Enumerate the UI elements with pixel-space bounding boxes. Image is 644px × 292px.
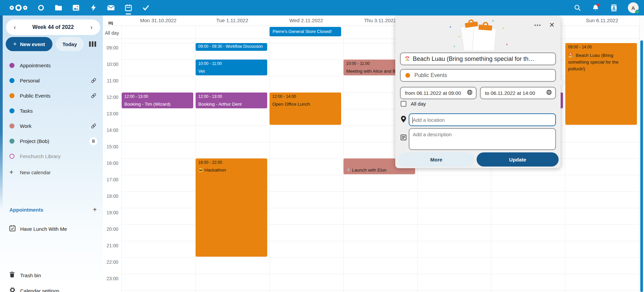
timezone-globe-icon[interactable] (546, 89, 552, 97)
sidebar-calendar-project-bob-[interactable]: Project (Bob)B (0, 134, 103, 149)
calendar-color-dot[interactable] (9, 154, 14, 159)
calendar-event[interactable]: 12:00 - 13:00Booking - Arthur Dent (196, 93, 267, 108)
end-datetime-value: to 06.11.2022 at 14:00 (485, 90, 535, 96)
sidebar-calendar-work[interactable]: Work (0, 118, 103, 134)
day-header[interactable]: Mon 31.10.2022 (121, 15, 195, 26)
close-icon[interactable]: ✕ (547, 20, 557, 30)
event-title: Booking - Arthur Dent (198, 102, 265, 107)
end-datetime-field[interactable]: to 06.11.2022 at 14:00 (480, 87, 556, 99)
allday-checkbox-row[interactable]: All day (401, 101, 426, 107)
notifications-bell-icon[interactable] (592, 4, 600, 12)
calendar-color-dot (405, 73, 410, 78)
timezone-globe-icon[interactable] (467, 89, 473, 97)
today-button[interactable]: Today (56, 37, 84, 51)
tasks-app-icon[interactable] (142, 0, 150, 15)
allday-event[interactable]: Pierre's General Store Closed! (270, 27, 341, 36)
day-header[interactable]: Tue 1.11.2022 (195, 15, 269, 26)
plus-icon: + (9, 169, 14, 176)
time-label: 12:00 (103, 95, 118, 100)
calendar-event[interactable]: 09:00 - 14:00 Beach Luau (Bring somethin… (565, 43, 637, 125)
calendar-app-icon[interactable] (124, 0, 132, 15)
popup-actions-menu-icon[interactable] (532, 21, 542, 30)
previous-week-button[interactable]: ‹ (11, 24, 19, 31)
contacts-menu-icon[interactable] (610, 4, 618, 12)
time-label: 21:00 (103, 243, 118, 248)
grid-line (343, 26, 344, 39)
day-headers: Mon 31.10.2022Tue 1.11.2022Wed 2.11.2022… (121, 15, 639, 26)
view-columns-icon[interactable] (89, 41, 96, 47)
calendar-color-dot[interactable] (9, 108, 14, 113)
calendar-settings-button[interactable]: Calendar settings (3, 283, 100, 292)
grid-line (121, 39, 122, 292)
share-link-icon[interactable] (89, 92, 97, 100)
hour-line (121, 142, 639, 142)
hour-line (121, 125, 639, 126)
sidebar-calendar-public-events[interactable]: Public Events (0, 88, 103, 103)
time-label: 18:00 (103, 193, 118, 199)
activity-app-icon[interactable] (89, 0, 97, 15)
calendar-event[interactable]: 10:00 - 11:00Vet (196, 60, 267, 75)
calendar-color-dot[interactable] (9, 139, 14, 144)
avatar-letter: A (632, 5, 635, 11)
time-label: 23:00 (103, 276, 118, 281)
photos-app-icon[interactable] (72, 0, 80, 15)
mail-app-icon[interactable] (107, 0, 115, 15)
appointment-item[interactable]: Have Lunch With Me (0, 221, 103, 236)
calendar-name: Personal (20, 78, 89, 83)
share-link-icon[interactable] (89, 77, 97, 85)
update-button[interactable]: Update (477, 152, 559, 167)
scrollbar-thumb[interactable] (640, 40, 643, 292)
location-input[interactable] (409, 114, 555, 125)
calendar-event[interactable]: 09:00 - 09:30 - Workflow Discussion (196, 43, 267, 51)
description-input-wrapper (409, 128, 556, 150)
add-appointment-button[interactable]: + (93, 206, 97, 214)
time-label: 11:00 (103, 78, 118, 83)
time-label: 19:00 (103, 210, 118, 215)
calendar-event[interactable]: 12:00 - 13:00Booking - Tim (Wizard) (122, 93, 193, 108)
new-event-button[interactable]: + New event (6, 37, 52, 51)
time-label: 14:00 (103, 127, 118, 133)
calendar-event[interactable]: 12:00 - 14:00Open Office Lunch (270, 93, 341, 125)
event-time: 12:00 - 14:00 (272, 94, 338, 99)
trash-bin-button[interactable]: Trash bin (0, 268, 103, 282)
calendar-color-dot[interactable] (9, 93, 14, 98)
event-time: 09:00 - 14:00 (568, 45, 634, 49)
online-status-dot (635, 10, 639, 14)
calendar-name: Project (Bob) (20, 138, 89, 144)
search-icon[interactable] (573, 4, 581, 12)
allday-checkbox[interactable] (401, 101, 406, 107)
new-calendar-button[interactable]: + New calendar (0, 165, 103, 180)
calendar-name: Tasks (20, 108, 97, 114)
time-label: 13:00 (103, 111, 118, 116)
nextcloud-logo[interactable] (9, 4, 28, 11)
calendar-color-dot[interactable] (9, 63, 14, 68)
sidebar-calendar-appointments[interactable]: Appointments (0, 58, 103, 73)
calendar-select[interactable]: Public Events (400, 69, 556, 82)
time-label: 16:00 (103, 160, 118, 166)
next-week-button[interactable]: › (87, 24, 95, 31)
calendar-grid: Mon 31.10.2022Tue 1.11.2022Wed 2.11.2022… (103, 15, 644, 292)
sidebar-calendar-fenchurch-library[interactable]: Fenchurch Library (0, 149, 103, 164)
description-input[interactable] (409, 129, 555, 149)
location-input-wrapper (409, 113, 556, 126)
sidebar-calendar-tasks[interactable]: Tasks (0, 103, 103, 118)
event-title: Vet (198, 69, 265, 74)
start-datetime-value: from 06.11.2022 at 09:00 (405, 90, 461, 96)
calendar-select-value: Public Events (414, 72, 447, 78)
calendar-event[interactable]: 16:00 - 22:00 Hackathon (196, 158, 267, 257)
top-bar: A (0, 0, 644, 15)
day-header[interactable]: Wed 2.11.2022 (269, 15, 343, 26)
share-link-icon[interactable] (89, 122, 97, 130)
calendar-check-icon (9, 225, 15, 233)
event-title-field[interactable]: Beach Luau (Bring something special for … (400, 52, 556, 65)
files-app-icon[interactable] (54, 0, 63, 15)
day-header[interactable]: Sun 6.11.2022 (565, 15, 639, 26)
more-button[interactable]: More (398, 152, 475, 167)
start-datetime-field[interactable]: from 06.11.2022 at 09:00 (400, 87, 477, 99)
sidebar-calendar-personal[interactable]: Personal (0, 73, 103, 88)
calendar-color-dot[interactable] (9, 123, 14, 129)
grid-line (195, 26, 196, 39)
contacts-app-icon[interactable] (37, 0, 45, 15)
calendar-color-dot[interactable] (9, 78, 14, 83)
user-avatar[interactable]: A (628, 2, 639, 13)
